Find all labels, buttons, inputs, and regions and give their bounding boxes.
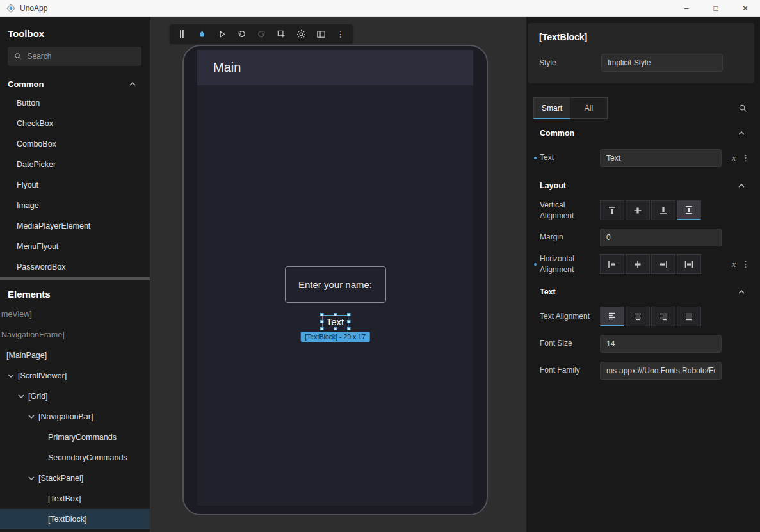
resize-handle[interactable] [347, 313, 350, 316]
tree-item-scrollviewer[interactable]: [ScrollViewer] [0, 366, 150, 386]
tree-item-textblock[interactable]: [TextBlock] [0, 509, 150, 529]
properties-search-icon[interactable] [738, 104, 748, 113]
resize-handle[interactable] [334, 327, 337, 330]
toolbox-item-menuflyout[interactable]: MenuFlyout [0, 236, 150, 257]
search-icon [14, 52, 22, 61]
toolbox-search[interactable] [8, 47, 141, 66]
page-header: Main [197, 50, 473, 85]
tree-item-stackpanel[interactable]: [StackPanel] [0, 468, 150, 488]
toolbox-item-image[interactable]: Image [0, 195, 150, 216]
close-button[interactable]: ✕ [731, 0, 760, 16]
tree-item-secondarycommands[interactable]: SecondaryCommands [0, 447, 150, 468]
halign-left-button[interactable] [600, 254, 624, 274]
toolbox-item-combobox[interactable]: ComboBox [0, 134, 150, 154]
theme-toggle-icon[interactable] [295, 28, 307, 40]
tree-item-navigationbar[interactable]: [NavigationBar] [0, 407, 150, 427]
minimize-button[interactable]: – [672, 0, 701, 16]
play-icon[interactable] [216, 28, 227, 40]
kebab-menu-icon[interactable]: ⋮ [741, 259, 750, 269]
halign-right-button[interactable] [651, 254, 675, 274]
binding-icon[interactable]: x [732, 153, 736, 163]
toolbox-item-mediaplayerelement[interactable]: MediaPlayerElement [0, 216, 150, 236]
section-common[interactable]: Common [533, 120, 754, 146]
halign-stretch-button[interactable] [677, 254, 701, 274]
toolbox-item-datepicker[interactable]: DatePicker [0, 154, 150, 175]
tree-item-grid[interactable]: [Grid] [0, 386, 150, 407]
redo-icon[interactable] [255, 28, 267, 40]
section-layout[interactable]: Layout [533, 173, 754, 198]
inspector-tabs: Smart All [533, 97, 754, 119]
binding-icon[interactable]: x [732, 259, 736, 270]
tree-item-navigationframe[interactable]: NavigationFrame] [0, 325, 150, 345]
elements-tree: meView] NavigationFrame] [MainPage] [Scr… [0, 304, 150, 532]
valign-top-button[interactable] [600, 200, 624, 220]
text-align-justify-button[interactable] [677, 307, 701, 326]
property-row-margin: Margin [533, 225, 754, 249]
tree-item-textbox[interactable]: [TextBox] [0, 488, 150, 509]
tree-item-homeview[interactable]: meView] [0, 304, 150, 325]
tree-item-primarycommands[interactable]: PrimaryCommands [0, 427, 150, 447]
toolbox-item-button[interactable]: Button [0, 93, 150, 113]
device-screen: Main Enter your name: Text [197, 50, 473, 506]
tab-all[interactable]: All [570, 97, 608, 119]
font-family-input[interactable] [600, 362, 722, 380]
valign-center-button[interactable] [626, 200, 650, 220]
font-size-input[interactable] [600, 335, 722, 353]
layout-panels-icon[interactable] [315, 28, 327, 40]
chevron-down-icon[interactable] [26, 473, 36, 483]
modified-indicator [534, 263, 537, 266]
chevron-down-icon[interactable] [16, 391, 26, 401]
text-property-input[interactable] [600, 149, 722, 167]
valign-bottom-button[interactable] [651, 200, 675, 220]
chevron-up-icon[interactable] [127, 79, 138, 89]
tree-item-mainpage[interactable]: [MainPage] [0, 345, 150, 366]
section-text[interactable]: Text [533, 279, 754, 305]
search-input[interactable] [27, 52, 135, 61]
resize-handle[interactable] [334, 313, 337, 316]
text-align-left-button[interactable] [600, 307, 624, 326]
resize-handle[interactable] [320, 320, 323, 323]
resize-handle[interactable] [347, 320, 350, 323]
property-row-vertical-alignment: Vertical Alignment [533, 198, 754, 222]
selected-textblock[interactable]: Text [322, 315, 349, 328]
canvas-selection[interactable]: Text [322, 315, 349, 328]
property-row-font-family: Font Family [533, 359, 754, 382]
toolbox-item-passwordbox[interactable]: PasswordBox [0, 257, 150, 277]
toolbox-section-common[interactable]: Common [0, 75, 150, 93]
margin-input[interactable] [600, 229, 722, 246]
canvas-textbox[interactable]: Enter your name: [285, 266, 386, 303]
text-align-right-button[interactable] [651, 307, 675, 326]
toolbox-item-flyout[interactable]: Flyout [0, 175, 150, 195]
tab-smart[interactable]: Smart [533, 97, 570, 119]
halign-center-button[interactable] [626, 254, 650, 274]
titlebar: UnoApp – □ ✕ [0, 0, 760, 17]
drag-handle-icon[interactable] [176, 28, 188, 40]
maximize-button[interactable]: □ [701, 0, 731, 16]
resize-handle[interactable] [320, 313, 323, 316]
chevron-up-icon[interactable] [736, 287, 747, 297]
chevron-up-icon[interactable] [736, 181, 747, 191]
toolbox-item-checkbox[interactable]: CheckBox [0, 113, 150, 134]
selected-element-title: [TextBlock] [539, 32, 743, 42]
chevron-down-icon[interactable] [26, 412, 36, 422]
undo-icon[interactable] [236, 28, 247, 40]
sidebar-splitter[interactable] [0, 277, 150, 280]
selected-element-card: [TextBlock] Style [528, 23, 754, 83]
design-canvas[interactable]: ⋮ Main Enter your name: Text [150, 17, 526, 532]
resize-handle[interactable] [320, 327, 323, 330]
text-align-center-button[interactable] [626, 307, 650, 326]
toolbox-title: Toolbox [8, 28, 142, 39]
properties-panel: [TextBlock] Style Smart All Common Text [526, 17, 760, 532]
kebab-menu-icon[interactable]: ⋮ [741, 153, 750, 163]
more-icon[interactable]: ⋮ [335, 28, 346, 40]
resize-handle[interactable] [347, 327, 350, 330]
text-property-label: Text [533, 152, 600, 163]
style-input[interactable] [601, 54, 723, 72]
chevron-down-icon[interactable] [6, 371, 16, 381]
element-picker-icon[interactable] [275, 28, 287, 40]
valign-stretch-button[interactable] [677, 200, 701, 220]
page-body[interactable]: Enter your name: Text [197, 85, 473, 506]
chevron-up-icon[interactable] [736, 128, 747, 138]
hot-reload-flame-icon[interactable] [196, 28, 207, 40]
text-alignment-group [600, 307, 722, 326]
